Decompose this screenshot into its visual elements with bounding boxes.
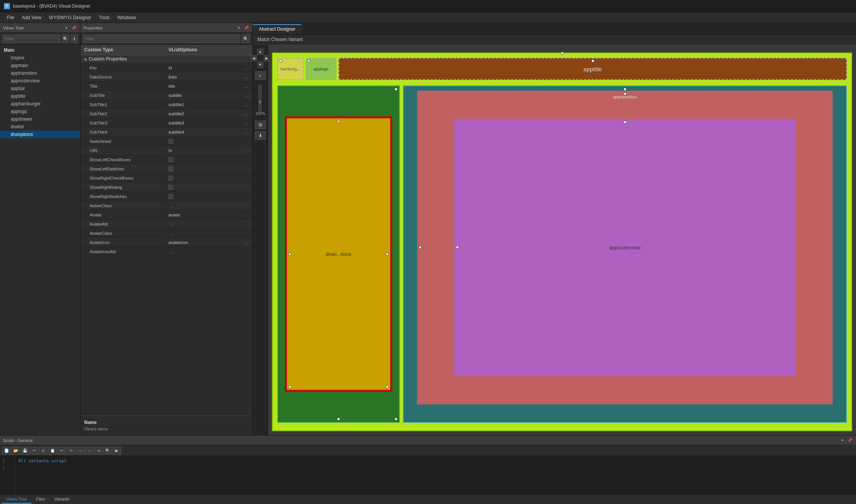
script-paste-button[interactable]: 📋	[48, 447, 57, 455]
tree-item-approuterview[interactable]: approuterview	[0, 77, 80, 85]
apptransition-box[interactable]: apptransition approuterview	[417, 91, 833, 404]
tree-item-apphamburger[interactable]: apphamburger	[0, 100, 80, 108]
props-value-subtitle1[interactable]: subtitle1 ...	[165, 101, 252, 108]
props-ellipsis-avatarattr[interactable]: ...	[170, 222, 173, 226]
nav-down-button[interactable]: ▼	[257, 62, 264, 68]
props-value-showleftcheckboxes[interactable]	[165, 156, 252, 163]
bottom-tab-files[interactable]: Files	[31, 495, 49, 504]
showrightswitches-checkbox[interactable]	[169, 194, 173, 199]
script-content[interactable]: All variants script	[15, 456, 856, 494]
properties-pin-icon[interactable]: 📌	[243, 25, 249, 31]
tree-item-appmain[interactable]: appmain	[0, 62, 80, 69]
props-value-avatariconattr[interactable]: ...	[165, 248, 252, 255]
props-value-avatar[interactable]: avatar ...	[165, 211, 252, 218]
props-value-subtitle4[interactable]: subtitle4 ...	[165, 129, 252, 136]
props-value-activeclass[interactable]: ...	[165, 202, 252, 209]
nav-up-button[interactable]: ▲	[257, 49, 264, 55]
script-run-button[interactable]: ▶	[113, 447, 121, 455]
showrightcheckboxes-checkbox[interactable]	[169, 176, 173, 180]
props-value-subtitle2[interactable]: subtitle2 ...	[165, 110, 252, 117]
nav-left-button[interactable]: ◀	[251, 55, 257, 61]
script-new-button[interactable]: 📄	[2, 447, 11, 455]
showleftcheckboxes-checkbox[interactable]	[169, 157, 173, 162]
properties-dropdown-icon[interactable]: ▾	[236, 25, 242, 31]
props-value-avatarattr[interactable]: ...	[165, 221, 252, 227]
props-ellipsis-subtitle4[interactable]: ...	[245, 130, 249, 134]
abstract-designer-tab[interactable]: Abstract Designer	[253, 24, 301, 34]
properties-filter-input[interactable]	[83, 34, 240, 43]
add-box-button[interactable]: ⊞	[255, 121, 266, 129]
script-outdent-button[interactable]: ←	[85, 447, 93, 455]
props-ellipsis-subtitle1[interactable]: ...	[245, 102, 249, 107]
menu-tools[interactable]: Tools	[95, 13, 114, 22]
script-copy-button[interactable]: ⎘	[39, 447, 47, 455]
props-value-subtitle[interactable]: subtitle ...	[165, 92, 252, 99]
props-value-showrightswitches[interactable]	[165, 193, 252, 200]
script-redo-button[interactable]: ↪	[67, 447, 75, 455]
views-tree-pin-icon[interactable]: 📌	[71, 25, 77, 31]
bottom-tab-views-tree[interactable]: Views Tree	[2, 495, 31, 504]
props-value-avataricon[interactable]: avataricon ...	[165, 239, 252, 246]
menu-file[interactable]: File	[3, 13, 18, 22]
tree-item-drwoptions[interactable]: drwoptions	[0, 131, 80, 138]
menu-windows[interactable]: Windows	[114, 13, 140, 22]
bottom-tab-variants[interactable]: Variants	[49, 495, 74, 504]
props-ellipsis-subtitle[interactable]: ...	[245, 93, 249, 98]
showleftswitches-checkbox[interactable]	[169, 167, 173, 171]
script-save-button[interactable]: 💾	[21, 447, 29, 455]
props-value-switchinset[interactable]	[165, 138, 252, 145]
props-value-showrightrating[interactable]	[165, 184, 252, 191]
tree-item-drwlist[interactable]: drwlist	[0, 123, 80, 131]
props-value-subtitle3[interactable]: subtitle3 ...	[165, 119, 252, 126]
props-group-custom[interactable]: ◀ Custom Properties	[80, 55, 252, 63]
zoom-slider[interactable]	[259, 85, 262, 111]
props-ellipsis-avatariconattr[interactable]: ...	[170, 249, 173, 254]
apphamburger-box[interactable]: hamburg...	[277, 58, 303, 80]
script-pin-icon[interactable]: 📌	[847, 437, 853, 443]
script-indent-button[interactable]: →	[76, 447, 84, 455]
props-ellipsis-avatar[interactable]: ...	[245, 213, 249, 217]
props-value-showleftswitches[interactable]	[165, 165, 252, 172]
export-button[interactable]: ⬇	[255, 131, 266, 140]
props-value-datasource[interactable]: links ...	[165, 74, 252, 80]
views-tree-dropdown-icon[interactable]: ▾	[63, 25, 69, 31]
tree-item-inspire[interactable]: inspire	[0, 54, 80, 62]
menu-wysiwyg[interactable]: WYSIWYG Designer	[45, 13, 95, 22]
props-ellipsis-key[interactable]: ...	[245, 65, 249, 70]
props-ellipsis-title[interactable]: ...	[245, 84, 249, 88]
fast-back-button[interactable]: «	[255, 71, 266, 80]
props-value-showrightcheckboxes[interactable]	[165, 175, 252, 182]
props-ellipsis-subtitle3[interactable]: ...	[245, 121, 249, 125]
apptitle-box[interactable]: apptitle	[339, 58, 847, 80]
script-cut-button[interactable]: ✂	[30, 447, 38, 455]
tree-item-appbar[interactable]: appbar	[0, 85, 80, 92]
applogo-box[interactable]: applogo	[306, 58, 336, 80]
props-value-title[interactable]: title ...	[165, 83, 252, 90]
views-tree-search-button[interactable]: 🔍	[62, 34, 69, 43]
approuterview-box[interactable]: approuterview	[454, 119, 795, 376]
properties-search-button[interactable]: 🔍	[242, 34, 250, 43]
script-undo-button[interactable]: ↩	[57, 447, 66, 455]
showrightrating-checkbox[interactable]	[169, 185, 173, 190]
script-open-button[interactable]: 📂	[11, 447, 20, 455]
views-tree-filter-input[interactable]	[2, 34, 61, 43]
tree-item-appdrawer[interactable]: appdrawer	[0, 115, 80, 123]
canvas-area[interactable]: hamburg... applogo apptitle	[268, 45, 856, 435]
menu-add-view[interactable]: Add View	[18, 13, 45, 22]
views-tree-info-button[interactable]: ℹ	[71, 34, 78, 43]
props-ellipsis-activeclass[interactable]: ...	[170, 203, 173, 208]
tree-item-apptransition[interactable]: apptransition	[0, 69, 80, 77]
props-value-avatarclass[interactable]: ...	[165, 230, 252, 237]
props-value-url[interactable]: to ...	[165, 147, 252, 154]
props-ellipsis-datasource[interactable]: ...	[245, 75, 249, 79]
switchinset-checkbox[interactable]	[169, 139, 173, 144]
props-ellipsis-avataricon[interactable]: ...	[245, 240, 249, 245]
props-ellipsis-subtitle2[interactable]: ...	[245, 111, 249, 116]
props-ellipsis-url[interactable]: ...	[245, 148, 249, 153]
props-value-key[interactable]: id ...	[165, 64, 252, 71]
tree-item-apptitle[interactable]: apptitle	[0, 92, 80, 100]
script-dropdown-icon[interactable]: ▾	[839, 437, 845, 443]
script-format-button[interactable]: ⇥	[94, 447, 103, 455]
drwoptions-box[interactable]: drwo...tions	[285, 116, 392, 392]
props-ellipsis-avatarclass[interactable]: ...	[170, 231, 173, 236]
